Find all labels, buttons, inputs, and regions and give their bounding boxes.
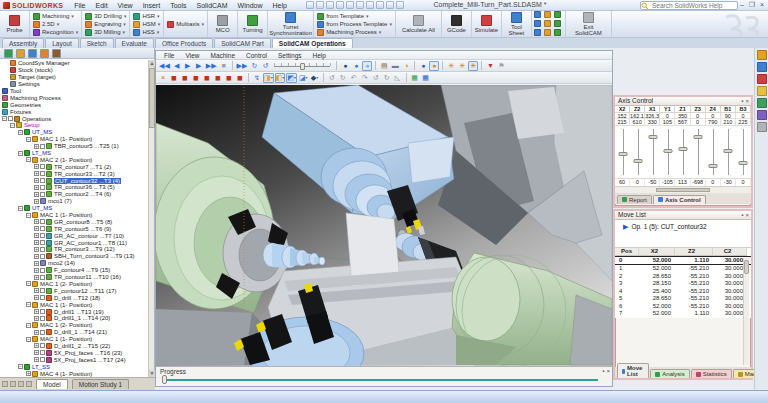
axis-slider-z1[interactable] <box>675 126 690 178</box>
expand-icon[interactable]: + <box>34 199 39 204</box>
axis-hscrollbar[interactable] <box>615 186 751 193</box>
expand-icon[interactable]: + <box>34 219 39 224</box>
go-start-button[interactable]: ◀◀ <box>158 61 171 71</box>
repeat-ccw-button[interactable]: ↺ <box>260 61 270 71</box>
slider-handle[interactable] <box>739 161 748 165</box>
restore-button[interactable]: ❐ <box>748 1 756 9</box>
ribbon-3d-drilling-button[interactable]: 3D Drilling▾ <box>84 12 127 20</box>
sim-menu-control[interactable]: Control <box>241 52 272 59</box>
tree-item-d-drill-1-t14-21[interactable]: +D_drill_1 ...T14 (21) <box>0 329 148 336</box>
checkbox[interactable] <box>40 357 45 362</box>
open-icon[interactable] <box>316 1 324 9</box>
tree-item-setup[interactable]: −Setup <box>0 122 148 129</box>
checkbox[interactable] <box>40 295 45 300</box>
pin-icon[interactable]: ▪ <box>602 368 604 374</box>
tree-item-d-drill1-2-t15-22[interactable]: +D_drill1_2 ...T15 (22) <box>0 343 148 350</box>
expand-icon[interactable]: + <box>34 288 39 293</box>
tree-item-tr-contour7-t1-2[interactable]: +TR_contour7 ...T1 (2) <box>0 163 148 170</box>
ribbon-recognition-button[interactable]: Recognition▾ <box>32 28 79 36</box>
new-icon[interactable] <box>306 1 314 9</box>
close-icon[interactable]: × <box>745 98 749 104</box>
step-forward-button[interactable]: ▶ <box>194 61 204 71</box>
axis-slider-b1[interactable] <box>721 126 736 178</box>
machine-globe-button[interactable]: ● <box>351 61 361 71</box>
zoom-in-button[interactable]: ✳ <box>457 61 467 71</box>
tab-statistics[interactable]: Statistics <box>691 369 732 378</box>
tab-motion-study-1[interactable]: Motion Study 1 <box>72 379 129 389</box>
collapse-icon[interactable]: − <box>26 281 31 286</box>
ribbon-3d-milling-button[interactable]: 3D Milling▾ <box>84 28 127 36</box>
select-icon[interactable] <box>366 1 374 9</box>
expand-icon[interactable]: + <box>34 171 39 176</box>
tree-item-mac-1-2-position[interactable]: −MAC 1 (2- Position) <box>0 281 148 288</box>
tab-axis-control[interactable]: Axis Control <box>653 195 706 204</box>
tree-item-d-drill1-t13-19[interactable]: +D_drill1 ...T13 (19) <box>0 308 148 315</box>
tree-item-mac-4-1-position[interactable]: +MAC 4 (1- Position) <box>0 370 148 377</box>
tree-item-ut-ms[interactable]: −UT_MS <box>0 205 148 212</box>
tree-item-tr-contour36-t3-5[interactable]: +TR_contour36 ...T3 (5) <box>0 184 148 191</box>
tree-item-lt-ss[interactable]: −LT_SS <box>0 363 148 370</box>
tab-sketch[interactable]: Sketch <box>80 38 114 48</box>
ribbon-machining-process-button[interactable]: Machining Process▾ <box>316 28 393 36</box>
ribbon-gcode-button[interactable]: GCode <box>444 15 469 33</box>
save-icon[interactable] <box>326 1 334 9</box>
ribbon-hss-button[interactable]: HSS▾ <box>132 28 161 36</box>
checkbox[interactable] <box>40 247 45 252</box>
menu-window[interactable]: Window <box>233 2 268 9</box>
rotate-view-1-button[interactable]: ↺ <box>327 73 337 83</box>
ribbon-exit-solidcam-button[interactable]: Exit SolidCAM <box>568 12 609 37</box>
slider-handle[interactable] <box>648 135 657 139</box>
close-icon[interactable]: × <box>745 212 749 218</box>
search-box[interactable] <box>640 1 738 10</box>
tree-item-mac-2-1-position[interactable]: −MAC 2 (1- Position) <box>0 156 148 163</box>
checkbox[interactable] <box>40 226 45 231</box>
tree-item-mco2-14[interactable]: +mco2 (14) <box>0 260 148 267</box>
properties-icon[interactable] <box>757 110 767 120</box>
checkbox[interactable] <box>40 350 45 355</box>
grid-9-icon[interactable] <box>554 29 561 36</box>
tree-item-coordsys-manager[interactable]: CoordSys Manager <box>0 60 148 67</box>
print-icon[interactable] <box>336 1 344 9</box>
file-explorer-icon[interactable] <box>757 74 767 84</box>
expand-icon[interactable]: + <box>34 240 39 245</box>
rotate-view-3-button[interactable]: ↶ <box>349 73 359 83</box>
recovery-icon[interactable] <box>757 122 767 132</box>
stock-cube-5-button[interactable]: ◼ <box>213 73 223 83</box>
show-tool-button[interactable]: ◨▾ <box>263 73 274 83</box>
menu-file[interactable]: File <box>69 2 90 9</box>
checkbox[interactable] <box>40 192 45 197</box>
collapse-icon[interactable]: − <box>18 151 23 156</box>
stock-cube-7-button[interactable]: ◼ <box>235 73 245 83</box>
tab-move-list[interactable]: Move List <box>617 363 649 378</box>
close-button[interactable]: × <box>758 1 766 9</box>
tree-item-tool[interactable]: Tool <box>0 88 148 95</box>
checkbox[interactable] <box>40 343 45 348</box>
step-back-button[interactable]: ◀ <box>172 61 182 71</box>
stop-button[interactable]: ■ <box>219 61 229 71</box>
grid-7-icon[interactable] <box>534 29 541 36</box>
ribbon-probe-button[interactable]: Probe <box>2 15 27 33</box>
checkbox[interactable] <box>40 178 45 183</box>
tree-item-mac-1-1-position[interactable]: −MAC 1 (1- Position) <box>0 336 148 343</box>
progress-handle[interactable] <box>162 375 167 384</box>
collapse-icon[interactable]: − <box>26 213 31 218</box>
ribbon-hsm-button[interactable]: HSM▾ <box>132 20 161 28</box>
tree-item-geometries[interactable]: Geometries <box>0 101 148 108</box>
move-list-row[interactable]: 425.400-55.21030.000 <box>615 288 751 296</box>
axis-slider-z2[interactable] <box>630 126 645 178</box>
view-control-icon[interactable] <box>18 381 24 387</box>
repeat-cw-button[interactable]: ↻ <box>249 61 259 71</box>
slider-handle[interactable] <box>663 149 672 153</box>
checkbox[interactable] <box>40 309 45 314</box>
palette-icon[interactable] <box>757 86 767 96</box>
tree-item-target-target[interactable]: Target (target) <box>0 74 148 81</box>
speed-slider[interactable] <box>274 62 330 70</box>
stock-cube-1-button[interactable]: ◼ <box>169 73 179 83</box>
view-control-icon[interactable] <box>10 381 16 387</box>
mco-globe-button[interactable]: ● <box>362 61 372 71</box>
stock-cube-4-button[interactable]: ◼ <box>202 73 212 83</box>
slider-handle[interactable] <box>709 164 718 168</box>
tree-item-operations[interactable]: −Operations <box>0 115 148 122</box>
tree-item-machining-process[interactable]: Machining Process <box>0 94 148 101</box>
grid-6-icon[interactable] <box>554 20 561 27</box>
